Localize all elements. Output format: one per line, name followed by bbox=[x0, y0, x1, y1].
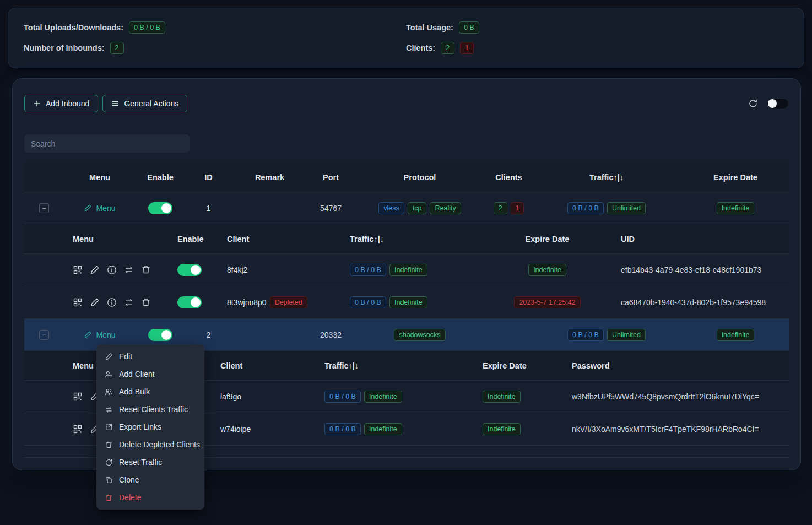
inbound-2-traffic-badges: 0 B / 0 B Unlimited bbox=[532, 319, 681, 350]
traffic-limit-badge: Indefinite bbox=[389, 264, 427, 276]
info-icon[interactable] bbox=[107, 265, 117, 275]
menu-item-edit[interactable]: Edit bbox=[96, 348, 204, 365]
menu-item-label: Clone bbox=[119, 475, 139, 484]
stat-number-of-inbounds: Number of Inbounds: 2 bbox=[24, 42, 406, 54]
delete-icon bbox=[105, 494, 113, 502]
edit-client-icon[interactable] bbox=[90, 297, 100, 307]
sub1-spacer bbox=[24, 286, 64, 318]
traffic-badge: 0 B / 0 B bbox=[324, 423, 361, 435]
sub1-col-traffic[interactable]: Traffic↑|↓ bbox=[337, 224, 483, 253]
sub2-spacer bbox=[24, 381, 64, 413]
inbound-1-menu-button[interactable]: Menu bbox=[84, 204, 115, 213]
expire-badge: Indefinite bbox=[483, 391, 521, 403]
inbound-2-expand-cell: − bbox=[24, 319, 64, 350]
stat-total-usage: Total Usage: 0 B bbox=[406, 21, 788, 34]
menu-item-label: Edit bbox=[119, 352, 132, 361]
traffic-limit-badge: Indefinite bbox=[389, 296, 427, 308]
inbound-1-protocol-badges: vless tcp Reality bbox=[354, 192, 485, 224]
delete-client-icon[interactable] bbox=[141, 265, 151, 275]
reset-client-traffic-icon[interactable] bbox=[124, 265, 134, 275]
col-header-traffic[interactable]: Traffic↑|↓ bbox=[532, 163, 681, 192]
menu-item-delete-depleted-clients[interactable]: Delete Depleted Clients bbox=[96, 436, 204, 453]
sub1-col-expire: Expire Date bbox=[483, 224, 612, 253]
client-1-2-uid: ca68470b-1940-437d-802b-1f9573e94598 bbox=[612, 286, 790, 318]
qrcode-icon[interactable] bbox=[73, 297, 83, 307]
inbound-1-menu-label: Menu bbox=[96, 204, 115, 213]
sub2-col-traffic[interactable]: Traffic↑|↓ bbox=[311, 351, 465, 380]
menu-item-label: Reset Traffic bbox=[119, 458, 162, 467]
menu-item-add-client[interactable]: Add Client bbox=[96, 365, 204, 383]
client-2-2-password: nkV/I/3XoAm9v6xMT/T5IcrF4TpeTKF98rHARbRo… bbox=[570, 413, 790, 445]
inbound-1-enable-toggle[interactable] bbox=[148, 202, 172, 214]
traffic-badge: 0 B / 0 B bbox=[350, 264, 386, 276]
inbound-2-clients-badges bbox=[485, 319, 532, 350]
client-1-2-actions bbox=[64, 286, 169, 318]
client-row-1-2: 8t3wjnn8p0 Depleted 0 B / 0 B Indefinite… bbox=[24, 286, 789, 319]
traffic-limit-badge: Indefinite bbox=[364, 391, 402, 403]
inbound-2-remark bbox=[232, 319, 307, 350]
inbounds-table-header: Menu Enable ID Remark Port Protocol Clie… bbox=[24, 163, 789, 192]
traffic-badge: 0 B / 0 B bbox=[567, 202, 604, 214]
general-actions-label: General Actions bbox=[124, 99, 178, 108]
collapse-inbound-2-button[interactable]: − bbox=[39, 330, 49, 340]
delete-depleted-icon bbox=[105, 441, 113, 449]
general-actions-button[interactable]: General Actions bbox=[102, 95, 187, 112]
qrcode-icon[interactable] bbox=[73, 424, 83, 434]
traffic-limit-badge: Unlimited bbox=[607, 202, 646, 214]
sub2-col-client: Client bbox=[212, 351, 311, 380]
inbound-context-menu: Edit Add Client Add Bulk Reset Clients T… bbox=[96, 344, 204, 510]
client-1-1-enable-cell bbox=[169, 254, 218, 286]
protocol-badge: shadowsocks bbox=[394, 329, 445, 341]
refresh-icon[interactable] bbox=[748, 99, 758, 109]
menu-item-clone[interactable]: Clone bbox=[96, 471, 204, 489]
stat-uploads-label: Total Uploads/Downloads: bbox=[24, 23, 123, 32]
client-1-1-name: 8f4kj2 bbox=[218, 254, 337, 286]
stat-usage-label: Total Usage: bbox=[406, 23, 453, 32]
sub2-spacer bbox=[24, 351, 64, 380]
stat-inbounds-badge: 2 bbox=[110, 42, 124, 54]
reset-traffic-icon bbox=[105, 458, 113, 467]
edit-icon bbox=[105, 353, 113, 361]
edit-client-icon[interactable] bbox=[90, 265, 100, 275]
menu-item-add-bulk[interactable]: Add Bulk bbox=[96, 383, 204, 400]
menu-item-delete[interactable]: Delete bbox=[96, 489, 204, 506]
menu-item-reset-clients-traffic[interactable]: Reset Clients Traffic bbox=[96, 400, 204, 418]
expire-badge: Indefinite bbox=[483, 423, 521, 435]
qrcode-icon[interactable] bbox=[73, 392, 83, 402]
menu-item-label: Delete bbox=[119, 493, 141, 502]
col-header-menu: Menu bbox=[64, 163, 136, 192]
theme-toggle[interactable] bbox=[767, 98, 789, 109]
inbound-2-menu-button[interactable]: Menu bbox=[84, 331, 115, 339]
menu-item-reset-traffic[interactable]: Reset Traffic bbox=[96, 453, 204, 471]
edit-icon bbox=[84, 204, 92, 212]
menu-item-label: Add Client bbox=[119, 370, 155, 378]
inbound-2-expire-cell: Indefinite bbox=[681, 319, 790, 350]
expire-badge: Indefinite bbox=[717, 329, 755, 341]
qrcode-icon[interactable] bbox=[73, 265, 83, 275]
client-1-1-enable-toggle[interactable] bbox=[177, 264, 202, 276]
col-header-remark: Remark bbox=[232, 163, 307, 192]
client-2-1-name: laf9go bbox=[212, 381, 311, 413]
menu-item-label: Delete Depleted Clients bbox=[119, 440, 200, 449]
sub2-col-password: Password bbox=[570, 351, 790, 380]
col-header-enable: Enable bbox=[136, 163, 185, 192]
client-2-2-traffic: 0 B / 0 B Indefinite bbox=[311, 413, 465, 445]
search-input[interactable] bbox=[24, 134, 190, 153]
toolbar-right bbox=[748, 98, 789, 109]
inbound-1-port: 54767 bbox=[307, 192, 354, 224]
client-1-2-expire: 2023-5-7 17:25:42 bbox=[483, 286, 612, 318]
client-1-2-enable-toggle[interactable] bbox=[177, 296, 202, 308]
inbound-2-enable-toggle[interactable] bbox=[148, 329, 172, 341]
reset-client-traffic-icon[interactable] bbox=[124, 297, 134, 307]
sub1-col-enable: Enable bbox=[169, 224, 218, 253]
menu-item-export-links[interactable]: Export Links bbox=[96, 418, 204, 436]
stats-panel: Total Uploads/Downloads: 0 B / 0 B Total… bbox=[8, 8, 804, 68]
info-icon[interactable] bbox=[107, 297, 117, 307]
stat-clients: Clients: 2 1 bbox=[406, 42, 788, 54]
col-header-id: ID bbox=[185, 163, 232, 192]
add-inbound-button[interactable]: Add Inbound bbox=[24, 95, 98, 112]
delete-client-icon[interactable] bbox=[141, 297, 151, 307]
collapse-inbound-1-button[interactable]: − bbox=[39, 203, 49, 213]
stat-uploads-badge: 0 B / 0 B bbox=[129, 21, 165, 34]
traffic-badge: 0 B / 0 B bbox=[567, 329, 604, 341]
